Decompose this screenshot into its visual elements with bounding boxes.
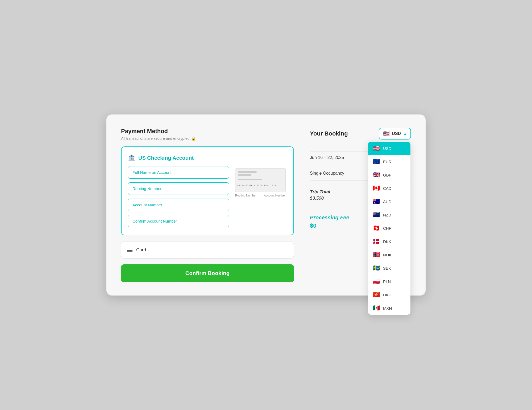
card-icon: ▬ (127, 247, 132, 253)
currency-option-cad[interactable]: 🇨🇦CAD (368, 182, 410, 195)
booking-title: Your Booking (310, 130, 348, 137)
currency-option-gbp[interactable]: 🇬🇧GBP (368, 168, 410, 182)
security-text: All transactions are secure and encrypte… (121, 136, 294, 141)
full-name-input[interactable] (128, 166, 229, 179)
routing-label: Routing Number (235, 194, 256, 197)
card-label: Card (136, 247, 146, 253)
currency-option-hkd[interactable]: 🇭🇰HKD (368, 288, 410, 301)
check-diagram: ⑆123456789⑆ ⑆123123456⑆ 1234 ↑ ↑ Routing… (234, 166, 287, 227)
currency-label-usd: USD (383, 146, 392, 151)
check-arrows: ↑ ↑ (238, 188, 283, 190)
bank-icon: 🏦 (128, 154, 135, 161)
flag-eur: 🇪🇺 (373, 158, 380, 165)
currency-label-dkk: DKK (383, 239, 391, 244)
payment-modal: Payment Method All transactions are secu… (106, 114, 426, 296)
currency-label-hkd: HKD (383, 293, 392, 297)
selected-currency-flag: 🇺🇸 (383, 130, 390, 137)
flag-mxn: 🇲🇽 (373, 305, 380, 311)
currency-option-eur[interactable]: 🇪🇺EUR (368, 155, 410, 168)
flag-cad: 🇨🇦 (373, 185, 380, 192)
lock-icon: 🔒 (191, 136, 196, 141)
confirm-booking-button[interactable]: Confirm Booking (121, 264, 294, 282)
currency-label-pln: PLN (383, 279, 391, 284)
flag-sek: 🇸🇪 (373, 265, 380, 272)
flag-aud: 🇦🇺 (373, 198, 380, 205)
check-diagram-labels: Routing Number Account Number (235, 194, 286, 197)
currency-option-usd[interactable]: 🇺🇸USD (368, 142, 410, 155)
currency-label-gbp: GBP (383, 173, 392, 177)
checking-header: 🏦 US Checking Account (128, 154, 287, 161)
account-label: Account Number (264, 194, 286, 197)
flag-pln: 🇵🇱 (373, 278, 380, 285)
booking-header: Your Booking 🇺🇸 USD ▲ 🇺🇸USD🇪🇺EUR🇬🇧GBP🇨🇦C… (310, 128, 411, 140)
selected-currency-code: USD (392, 131, 401, 136)
checking-account-box: 🏦 US Checking Account (121, 146, 294, 235)
currency-label-cad: CAD (383, 186, 392, 191)
flag-nok: 🇳🇴 (373, 251, 380, 258)
currency-option-pln[interactable]: 🇵🇱PLN (368, 275, 410, 288)
flag-chf: 🇨🇭 (373, 225, 380, 232)
fields-col (128, 166, 229, 227)
confirm-account-input[interactable] (128, 215, 229, 227)
currency-label-nzd: NZD (383, 213, 391, 217)
currency-label-chf: CHF (383, 226, 391, 231)
routing-number-input[interactable] (128, 182, 229, 195)
currency-label-sek: SEK (383, 266, 391, 270)
flag-nzd: 🇳🇿 (373, 211, 380, 218)
currency-option-chf[interactable]: 🇨🇭CHF (368, 222, 410, 235)
flag-hkd: 🇭🇰 (373, 291, 380, 298)
check-image: ⑆123456789⑆ ⑆123123456⑆ 1234 ↑ ↑ (235, 168, 286, 192)
flag-gbp: 🇬🇧 (373, 171, 380, 178)
currency-option-mxn[interactable]: 🇲🇽MXN (368, 301, 410, 315)
flag-dkk: 🇩🇰 (373, 238, 380, 245)
currency-option-nzd[interactable]: 🇳🇿NZD (368, 208, 410, 222)
left-panel: Payment Method All transactions are secu… (121, 128, 294, 282)
currency-label-aud: AUD (383, 199, 392, 204)
account-number-input[interactable] (128, 199, 229, 211)
currency-label-mxn: MXN (383, 306, 392, 310)
currency-option-dkk[interactable]: 🇩🇰DKK (368, 235, 410, 248)
panel-title: Payment Method (121, 128, 294, 135)
checking-title: US Checking Account (138, 155, 194, 161)
flag-usd: 🇺🇸 (373, 145, 380, 152)
checking-fields-row: ⑆123456789⑆ ⑆123123456⑆ 1234 ↑ ↑ Routing… (128, 166, 287, 227)
check-numbers: ⑆123456789⑆ ⑆123123456⑆ 1234 (238, 184, 276, 187)
currency-label-nok: NOK (383, 253, 392, 257)
currency-option-aud[interactable]: 🇦🇺AUD (368, 195, 410, 208)
currency-label-eur: EUR (383, 159, 392, 164)
panel-header: Payment Method All transactions are secu… (121, 128, 294, 141)
currency-selector[interactable]: 🇺🇸 USD ▲ 🇺🇸USD🇪🇺EUR🇬🇧GBP🇨🇦CAD🇦🇺AUD🇳🇿NZD🇨… (379, 128, 411, 140)
currency-option-sek[interactable]: 🇸🇪SEK (368, 261, 410, 275)
currency-option-nok[interactable]: 🇳🇴NOK (368, 248, 410, 261)
right-panel: Your Booking 🇺🇸 USD ▲ 🇺🇸USD🇪🇺EUR🇬🇧GBP🇨🇦C… (310, 128, 411, 282)
card-option[interactable]: ▬ Card (121, 241, 294, 259)
currency-dropdown: 🇺🇸USD🇪🇺EUR🇬🇧GBP🇨🇦CAD🇦🇺AUD🇳🇿NZD🇨🇭CHF🇩🇰DKK… (368, 142, 410, 315)
currency-dropdown-arrow: ▲ (404, 132, 407, 136)
